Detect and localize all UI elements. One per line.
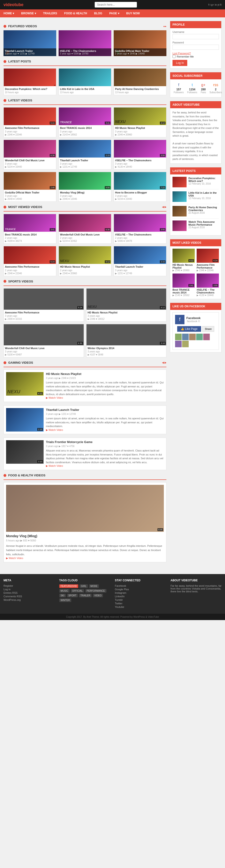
post-age: 13 hours ago	[60, 91, 110, 94]
video-card[interactable]: 6:30 Wonderfull Chill Out Music Love 2 y…	[59, 214, 111, 244]
sidebar-post-item[interactable]: Decorative Pumpkins: Which one? 12 Febru…	[173, 177, 219, 189]
footer-linkedin-link[interactable]: LinkedIn	[115, 595, 166, 598]
footer-login-link[interactable]: Log in	[3, 588, 54, 591]
sidebar-post-item[interactable]: Party At Home Dancing Cranberries 22 Aug…	[173, 206, 219, 219]
twitter-social[interactable]: t 1154 Followers	[186, 82, 198, 95]
tag-performance[interactable]: PERFORMANCE	[85, 589, 106, 593]
nav-page[interactable]: PAGE ▾	[106, 9, 122, 18]
facebook-social[interactable]: f 157 Followers	[173, 82, 185, 95]
facebook-share-button[interactable]: Share	[202, 326, 214, 332]
footer-register-link[interactable]: Register	[3, 584, 54, 587]
video-card[interactable]: 3:55 #SELFIE – The Chainsmokers 3 years …	[114, 140, 166, 169]
video-title: How to Become a Blogger	[115, 191, 165, 194]
gaming-list: NEXU4:12 HD Music Nexus Playlist 3 years…	[3, 370, 166, 470]
watch-video-link[interactable]: ▶ Watch Video	[46, 464, 63, 467]
tag-mode[interactable]: MODE	[89, 584, 99, 588]
remember-me-checkbox[interactable]	[173, 55, 176, 58]
nav-blog[interactable]: BLOG	[90, 9, 106, 18]
site-logo[interactable]: videotube	[3, 2, 24, 7]
video-card[interactable]: TRANCE3:41 Best TRANCE music 2014 3 year…	[59, 107, 111, 137]
rss-social[interactable]: rss 2 Subscribers	[209, 82, 223, 95]
video-card[interactable]: 4:00 Monday Vlog (Mlog) 3 years ago ▶ 23…	[59, 172, 111, 202]
gaming-nav[interactable]: ◀ ▶	[162, 361, 166, 364]
tag-official[interactable]: OFFICIAL	[71, 589, 84, 593]
sidebar-post-thumb	[173, 206, 187, 216]
search-input[interactable]	[95, 2, 137, 7]
sports-title: Sports Videos	[8, 280, 33, 283]
sidebar-post-title: Little Kid in Lake in the USA	[188, 191, 219, 197]
tag-winter[interactable]: WINTER	[59, 598, 71, 602]
video-card[interactable]: 2:45 Godzilla Official Main Trailer 3 ye…	[3, 172, 56, 202]
tag-girl[interactable]: GIRL	[79, 584, 88, 588]
sidebar-post-item[interactable]: Watch This Awesome Music Performance 22 …	[173, 220, 219, 233]
gaming-item[interactable]: NEXU4:12 HD Music Nexus Playlist 3 years…	[3, 370, 166, 402]
video-title: Awesome Film Performance	[5, 126, 55, 130]
latest-videos-header: Latest Videos	[3, 99, 166, 102]
liked-card[interactable]: 4:12 HD Music Nexus Playlist ▶ 2346 ♥ 20…	[173, 249, 195, 272]
nav-buy-now[interactable]: BUY NOW	[123, 9, 143, 18]
footer-about-text: Far far away, behind the word mountains,…	[171, 584, 222, 593]
video-card[interactable]: 3:55 #SELFIE – The Chainsmokers 2 years …	[114, 214, 166, 244]
footer-tumblr-link[interactable]: Tumblr	[115, 598, 166, 601]
post-card[interactable]: Party At Home Dancing Cranberries 13 hou…	[114, 68, 166, 95]
tag-featuredvid[interactable]: FEATUREDVID	[59, 584, 78, 588]
post-card[interactable]: Decorative Pumpkins: Which one? 10 hours…	[3, 68, 56, 95]
video-card[interactable]: 6:30 Wonderfull Chill Out Music Love 3 y…	[3, 140, 56, 169]
video-card[interactable]: NEXU4:12 HD Music Nexus Playlist 3 years…	[114, 107, 166, 137]
tag-music[interactable]: MUSIC	[59, 589, 70, 593]
sports-card[interactable]: 3:18 Winter Olympics 2014 3 years ago ▶ …	[86, 324, 166, 358]
video-card[interactable]: 5:24 Awesome Film Performance 2 years ag…	[3, 246, 56, 276]
liked-card[interactable]: 5:24 Awesome Film Performance ▶ 2346 ♥ 2…	[197, 249, 219, 272]
lost-password-link[interactable]: Lost Password?	[173, 52, 191, 55]
password-input[interactable]	[173, 44, 219, 50]
watch-video-link[interactable]: ▶ Watch Video	[46, 396, 63, 399]
username-label: Username	[173, 31, 219, 33]
sidebar-post-item[interactable]: Little Kid in Lake in the USA 12 Februar…	[173, 191, 219, 204]
login-button[interactable]: Log In	[173, 60, 187, 66]
tag-trailer[interactable]: TRAILER	[79, 594, 91, 597]
facebook-like-button[interactable]: 👍 Like Page	[177, 326, 201, 332]
featured-item[interactable]: 🦎 Godzilla Official Main Trailer 2 years…	[114, 30, 166, 56]
tag-sport[interactable]: SPORT	[67, 594, 78, 597]
tag-ski[interactable]: SKI	[59, 594, 66, 597]
featured-item-title: Godzilla Official Main Trailer	[115, 50, 165, 52]
footer-googleplus-link[interactable]: Google Plus	[115, 588, 166, 591]
video-card[interactable]: 7:22 How to Become a Blogger 3 years ago…	[114, 172, 166, 202]
footer-youtube-link[interactable]: Youtube	[115, 606, 166, 608]
nav-browse[interactable]: BROWSE ▾	[17, 9, 39, 18]
latest-posts-grid: Decorative Pumpkins: Which one? 10 hours…	[3, 68, 166, 95]
username-input[interactable]	[173, 34, 219, 39]
footer-wordpress-link[interactable]: WordPress.org	[3, 598, 54, 601]
most-viewed-nav[interactable]: ◀ ▶	[162, 206, 166, 209]
tag-video[interactable]: VIDEO	[93, 594, 103, 597]
post-card[interactable]: Little Kid in Lake in the USA 13 hours a…	[59, 68, 111, 95]
gaming-item[interactable]: 3:10 Trials Frontier Motorcycle Game 3 y…	[3, 438, 166, 470]
featured-item[interactable]: ♪ #SELFIE – The Chainsmokers 1 year ago …	[59, 30, 111, 56]
liked-card[interactable]: 3:55 #SELFIE – The Chainsmokers ▶ 4130 ♥…	[197, 274, 219, 297]
featured-item[interactable]: ⛵ Titanfall Launch Trailer 3 years ago ♥…	[3, 30, 56, 56]
nav-home[interactable]: HOME ▾	[0, 9, 17, 18]
liked-card[interactable]: 3:41 Best TRANCE music 2014 ▶ 2143 ♥ 185…	[173, 274, 195, 297]
footer-twitter-link[interactable]: Twitter	[115, 602, 166, 605]
sports-card[interactable]: NEXU4:12 HD Music Nexus Playlist 3 years…	[86, 288, 166, 322]
sports-card[interactable]: 5:24 Awesome Film Performance 3 years ag…	[3, 288, 84, 322]
food-watch-link[interactable]: ▶ Watch Video	[6, 557, 23, 559]
gaming-item[interactable]: 2:15 Titanfall Launch Trailer 3 years ag…	[3, 405, 166, 434]
nav-trailers[interactable]: TRAILERS	[40, 9, 61, 18]
video-card[interactable]: NEXU4:12 HD Music Nexus Playlist 2 years…	[59, 246, 111, 276]
footer-facebook-link[interactable]: Facebook	[115, 584, 166, 587]
video-card[interactable]: TRANCE3:41 Best TRANCE music 2014 2 year…	[3, 214, 56, 244]
video-card[interactable]: 5:24 Awesome Film Performance 3 years ag…	[3, 107, 56, 137]
watch-video-link[interactable]: ▶ Watch Video	[46, 429, 63, 431]
password-field: Password	[173, 41, 219, 50]
footer-bottom-text: Copyright 2017. By Ariel Theme. All righ…	[66, 616, 159, 618]
video-card[interactable]: 2:15 Titanfall Launch Trailer 3 years ag…	[114, 246, 166, 276]
google-social[interactable]: g+ 280 Fans	[200, 82, 207, 95]
footer-entries-rss-link[interactable]: Entries RSS	[3, 591, 54, 594]
footer-comments-rss-link[interactable]: Comments RSS	[3, 595, 54, 598]
food-hero-card[interactable]: 8:45 Monday Vlog (Mlog) 5 hours ago ▶ 93…	[3, 482, 166, 562]
nav-food-health[interactable]: FOOD & HEALTH	[61, 9, 91, 18]
sports-card[interactable]: 6:30 Wonderfull Chill Out Music Love 3 y…	[3, 324, 84, 358]
video-card[interactable]: 2:15 Titanfall Launch Trailer 3 years ag…	[59, 140, 111, 169]
footer-instagram-link[interactable]: Instagram	[115, 591, 166, 594]
